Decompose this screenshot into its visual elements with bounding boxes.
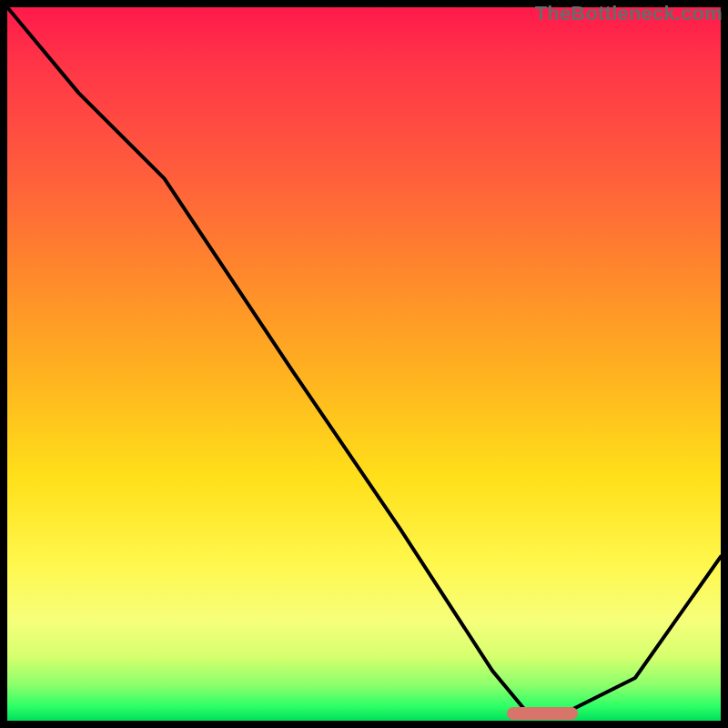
watermark-text: TheBottleneck.com — [535, 2, 723, 25]
bottleneck-curve — [7, 7, 721, 721]
plot-frame — [0, 0, 728, 728]
chart-container: TheBottleneck.com — [0, 0, 728, 728]
optimal-range-marker — [507, 707, 578, 720]
